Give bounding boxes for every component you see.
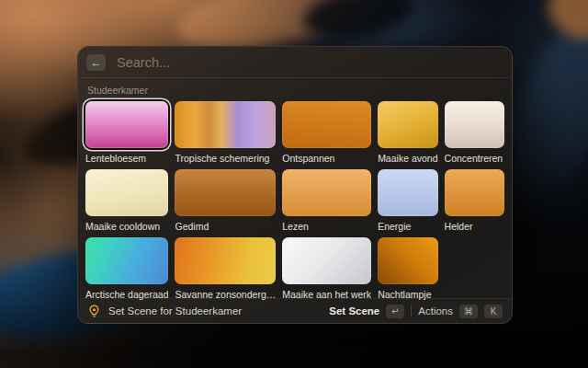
- scene-label: Tropische schemering: [175, 153, 276, 164]
- scene-label: Maaike cooldown: [85, 221, 168, 232]
- scene-thumbnail: [445, 101, 504, 148]
- scene-list-section: Studeerkamer Lentebloesem Tropische sche…: [78, 85, 512, 300]
- scene-picker-window: ← Studeerkamer Lentebloesem Tropische sc…: [77, 46, 513, 324]
- scene-label: Lentebloesem: [85, 153, 168, 164]
- section-title: Studeerkamer: [87, 85, 504, 96]
- scene-thumbnail: [378, 237, 437, 284]
- scene-card[interactable]: Concentreren: [445, 101, 504, 164]
- scene-label: Gedimd: [175, 221, 276, 232]
- lightbulb-icon: [87, 305, 101, 318]
- action-bar: Set Scene for Studeerkamer Set Scene ↵ A…: [78, 298, 512, 323]
- scene-card[interactable]: Tropische schemering: [175, 101, 276, 164]
- scene-card[interactable]: Helder: [445, 169, 504, 232]
- scene-label: Helder: [445, 221, 504, 232]
- scene-label: Concentreren: [445, 153, 504, 164]
- scene-card[interactable]: Gedimd: [175, 169, 276, 232]
- scene-thumbnail: [175, 237, 276, 284]
- scene-thumbnail: [282, 101, 371, 148]
- cmd-key-badge[interactable]: ⌘: [459, 305, 478, 318]
- scene-thumbnail: [378, 101, 437, 148]
- scene-card[interactable]: Ontspannen: [282, 101, 371, 164]
- header-divider: [78, 77, 512, 78]
- scene-thumbnail: [85, 237, 168, 284]
- scene-thumbnail: [175, 101, 276, 148]
- scene-card[interactable]: Lentebloesem: [85, 101, 168, 164]
- scene-card[interactable]: Maaike aan het werk: [282, 237, 371, 300]
- scene-label: Lezen: [282, 221, 371, 232]
- scene-thumbnail: [378, 169, 437, 216]
- search-bar: ←: [78, 47, 512, 77]
- scene-thumbnail: [175, 169, 276, 216]
- scene-card[interactable]: Maaike cooldown: [85, 169, 168, 232]
- actions-button[interactable]: Actions: [418, 305, 453, 316]
- footer-context-label: Set Scene for Studeerkamer: [108, 305, 242, 316]
- footer-divider: [411, 305, 412, 316]
- scene-card[interactable]: Arctische dageraad: [85, 237, 168, 300]
- scene-card[interactable]: Energie: [378, 169, 437, 232]
- scene-thumbnail: [445, 169, 504, 216]
- scene-card[interactable]: Lezen: [282, 169, 371, 232]
- scene-label: Maaike avond: [378, 153, 437, 164]
- set-scene-button[interactable]: Set Scene: [329, 305, 379, 316]
- back-button[interactable]: ←: [86, 54, 106, 71]
- scene-thumbnail: [282, 169, 371, 216]
- scene-card[interactable]: Savanne zonsonderg…: [175, 237, 276, 300]
- scene-card[interactable]: Nachtlampje: [378, 237, 437, 300]
- scene-card[interactable]: Maaike avond: [378, 101, 437, 164]
- footer-actions: Set Scene ↵ Actions ⌘ K: [329, 305, 503, 318]
- k-key-badge[interactable]: K: [484, 305, 503, 318]
- desktop: { "window": { "search": { "placeholder":…: [0, 0, 588, 368]
- scene-thumbnail: [282, 237, 371, 284]
- scene-label: Ontspannen: [282, 153, 371, 164]
- back-arrow-icon: ←: [91, 57, 102, 68]
- scene-label: Energie: [378, 221, 437, 232]
- enter-key-badge[interactable]: ↵: [386, 305, 404, 318]
- search-input[interactable]: [115, 54, 503, 71]
- scene-thumbnail: [85, 169, 168, 216]
- scene-thumbnail: [85, 101, 168, 148]
- scene-grid: Lentebloesem Tropische schemering Ontspa…: [85, 101, 504, 300]
